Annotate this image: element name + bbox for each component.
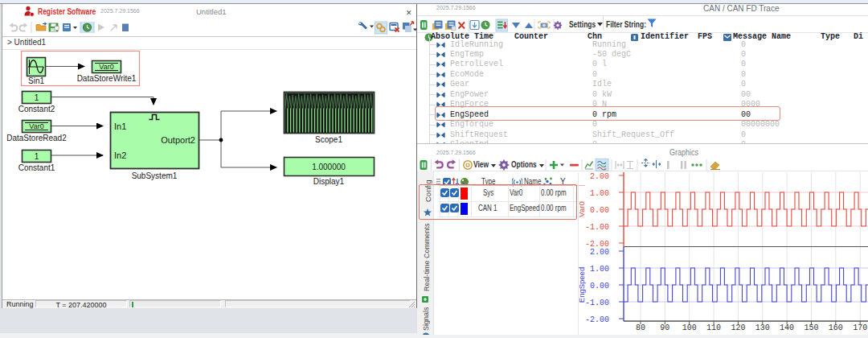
svg-text:160: 160 bbox=[829, 324, 843, 332]
svg-text:0.00: 0.00 bbox=[590, 206, 609, 215]
svg-text:1.00: 1.00 bbox=[590, 189, 609, 198]
svg-text:1.000000: 1.000000 bbox=[312, 163, 346, 171]
svg-text:2.00: 2.00 bbox=[590, 248, 609, 257]
svg-text:SubSystem1: SubSystem1 bbox=[132, 171, 178, 180]
svg-text:170: 170 bbox=[853, 324, 867, 332]
svg-text:In2: In2 bbox=[114, 150, 126, 160]
svg-text:1: 1 bbox=[35, 152, 39, 161]
svg-text:DataStoreWrite1: DataStoreWrite1 bbox=[77, 74, 137, 83]
svg-text:Display1: Display1 bbox=[313, 177, 345, 186]
svg-text:Constant1: Constant1 bbox=[18, 163, 55, 172]
svg-text:DataStoreRead2: DataStoreRead2 bbox=[6, 134, 67, 142]
svg-text:1.00: 1.00 bbox=[590, 265, 609, 274]
svg-text:EngSpeed: EngSpeed bbox=[578, 267, 586, 303]
svg-text:Scope1: Scope1 bbox=[315, 135, 342, 144]
svg-text:In1: In1 bbox=[114, 122, 126, 131]
svg-text:120: 120 bbox=[731, 324, 745, 332]
svg-text:-1.00: -1.00 bbox=[585, 299, 609, 307]
svg-text:0.00: 0.00 bbox=[590, 282, 609, 291]
svg-text:Outport2: Outport2 bbox=[161, 135, 195, 145]
svg-text:110: 110 bbox=[706, 324, 721, 332]
svg-text:Var0: Var0 bbox=[578, 201, 586, 216]
svg-text:-2.00: -2.00 bbox=[585, 315, 609, 324]
svg-text:90: 90 bbox=[660, 324, 669, 332]
svg-text:2.00: 2.00 bbox=[590, 172, 609, 181]
svg-text:130: 130 bbox=[755, 324, 770, 332]
svg-text:Var0: Var0 bbox=[99, 63, 113, 71]
svg-text:-1.00: -1.00 bbox=[585, 223, 609, 232]
svg-text:Constant2: Constant2 bbox=[18, 105, 55, 113]
svg-text:80: 80 bbox=[636, 324, 645, 332]
svg-text:1: 1 bbox=[35, 93, 39, 102]
svg-text:100: 100 bbox=[682, 324, 697, 332]
svg-text:150: 150 bbox=[804, 324, 818, 332]
svg-text:Var0: Var0 bbox=[29, 122, 43, 130]
svg-text:Sin1: Sin1 bbox=[28, 76, 44, 85]
svg-text:140: 140 bbox=[780, 324, 794, 332]
